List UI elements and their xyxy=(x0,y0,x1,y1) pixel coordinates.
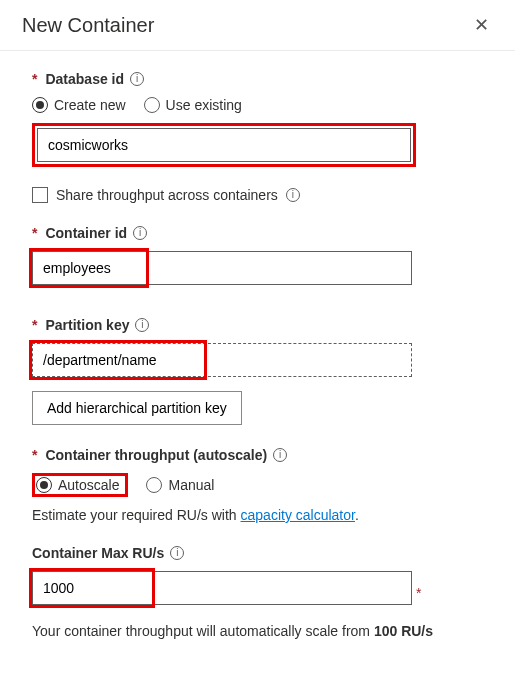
partition-key-label: Partition key xyxy=(45,317,129,333)
max-rus-label-row: Container Max RU/s i xyxy=(32,545,483,561)
database-id-label: Database id xyxy=(45,71,124,87)
share-throughput-label: Share throughput across containers xyxy=(56,187,278,203)
autoscale-label: Autoscale xyxy=(58,477,119,493)
capacity-calculator-link[interactable]: capacity calculator xyxy=(241,507,355,523)
container-id-label-row: * Container id i xyxy=(32,225,483,241)
database-mode-radio-group: Create new Use existing xyxy=(32,97,483,113)
estimate-text: Estimate your required RU/s with capacit… xyxy=(32,507,483,523)
note-bold: 100 RU/s xyxy=(374,623,433,639)
close-icon[interactable]: ✕ xyxy=(470,10,493,40)
max-rus-highlight xyxy=(32,571,412,605)
manual-radio[interactable] xyxy=(146,477,162,493)
container-id-section: * Container id i xyxy=(32,225,483,295)
throughput-mode-radio-group: Autoscale Manual xyxy=(32,473,483,497)
required-marker: * xyxy=(32,447,37,463)
autoscale-highlight: Autoscale xyxy=(32,473,128,497)
manual-label: Manual xyxy=(168,477,214,493)
create-new-label: Create new xyxy=(54,97,126,113)
partition-key-highlight xyxy=(32,343,412,377)
max-rus-section: Container Max RU/s i * Your container th… xyxy=(32,545,483,639)
panel-content: * Database id i Create new Use existing xyxy=(0,51,515,639)
max-rus-input[interactable] xyxy=(32,571,412,605)
use-existing-label: Use existing xyxy=(166,97,242,113)
container-id-input[interactable] xyxy=(32,251,412,285)
estimate-prefix: Estimate your required RU/s with xyxy=(32,507,241,523)
required-marker: * xyxy=(32,225,37,241)
manual-option[interactable]: Manual xyxy=(146,473,214,497)
share-throughput-checkbox[interactable] xyxy=(32,187,48,203)
create-new-radio[interactable] xyxy=(32,97,48,113)
panel-title: New Container xyxy=(22,14,154,37)
partition-key-input[interactable] xyxy=(32,343,412,377)
add-hierarchical-row: Add hierarchical partition key xyxy=(32,391,483,425)
info-icon[interactable]: i xyxy=(130,72,144,86)
database-id-input[interactable] xyxy=(37,128,411,162)
required-marker: * xyxy=(32,71,37,87)
required-marker: * xyxy=(416,585,421,601)
panel-header: New Container ✕ xyxy=(0,0,515,51)
info-icon[interactable]: i xyxy=(286,188,300,202)
throughput-note: Your container throughput will automatic… xyxy=(32,623,483,639)
new-container-panel: New Container ✕ * Database id i Create n… xyxy=(0,0,515,639)
info-icon[interactable]: i xyxy=(273,448,287,462)
max-rus-input-wrap: * xyxy=(32,571,421,615)
database-id-highlight xyxy=(32,123,416,167)
create-new-option[interactable]: Create new xyxy=(32,97,126,113)
partition-key-label-row: * Partition key i xyxy=(32,317,483,333)
share-throughput-row: Share throughput across containers i xyxy=(32,187,483,203)
info-icon[interactable]: i xyxy=(135,318,149,332)
container-id-highlight xyxy=(32,251,412,285)
info-icon[interactable]: i xyxy=(170,546,184,560)
note-prefix: Your container throughput will automatic… xyxy=(32,623,374,639)
throughput-label-row: * Container throughput (autoscale) i xyxy=(32,447,483,463)
info-icon[interactable]: i xyxy=(133,226,147,240)
partition-key-section: * Partition key i Add hierarchical parti… xyxy=(32,317,483,425)
throughput-section: * Container throughput (autoscale) i Aut… xyxy=(32,447,483,523)
container-id-label: Container id xyxy=(45,225,127,241)
add-hierarchical-button[interactable]: Add hierarchical partition key xyxy=(32,391,242,425)
use-existing-radio[interactable] xyxy=(144,97,160,113)
autoscale-option[interactable]: Autoscale xyxy=(36,477,119,493)
database-id-label-row: * Database id i xyxy=(32,71,483,87)
max-rus-label: Container Max RU/s xyxy=(32,545,164,561)
database-id-section: * Database id i Create new Use existing xyxy=(32,71,483,203)
throughput-label: Container throughput (autoscale) xyxy=(45,447,267,463)
autoscale-radio[interactable] xyxy=(36,477,52,493)
use-existing-option[interactable]: Use existing xyxy=(144,97,242,113)
required-marker: * xyxy=(32,317,37,333)
